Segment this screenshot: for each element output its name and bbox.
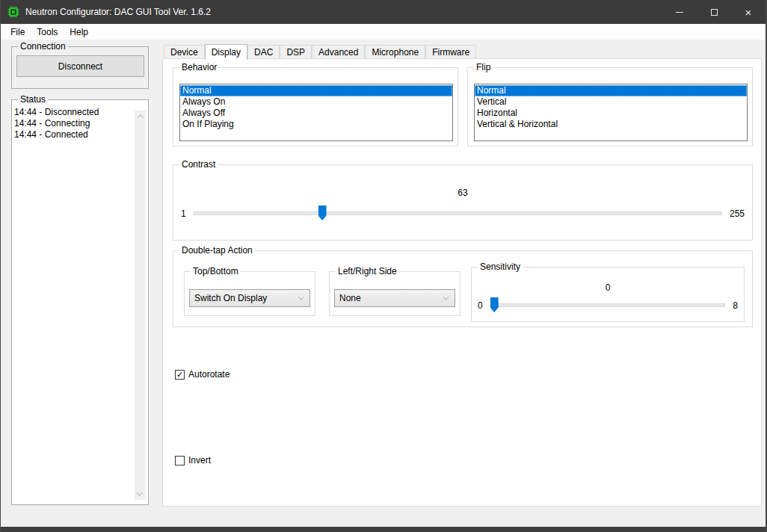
contrast-group-label: Contrast xyxy=(179,159,218,170)
left-right-selected-value: None xyxy=(339,293,361,303)
top-bottom-selected-value: Switch On Display xyxy=(194,293,267,303)
top-bottom-group-label: Top/Bottom xyxy=(191,266,241,276)
flip-option-vertical-horizontal[interactable]: Vertical & Horizontal xyxy=(475,119,747,130)
connection-group: Connection Disconnect xyxy=(11,46,149,89)
flip-listbox: Normal Vertical Horizontal Vertical & Ho… xyxy=(474,84,748,141)
behavior-option-always-off[interactable]: Always Off xyxy=(180,108,452,119)
menu-file[interactable]: File xyxy=(4,25,31,39)
app-window: Neutron Configurator: DAC GUI Tool Ver. … xyxy=(0,0,767,532)
menu-help[interactable]: Help xyxy=(64,25,94,39)
invert-checkbox[interactable]: ✓ xyxy=(175,456,185,466)
autorotate-checkbox[interactable]: ✓ xyxy=(175,370,185,380)
contrast-max-label: 255 xyxy=(730,208,745,219)
sensitivity-max-label: 8 xyxy=(733,300,738,311)
behavior-option-on-if-playing[interactable]: On If Playing xyxy=(180,119,452,130)
contrast-min-label: 1 xyxy=(181,208,186,219)
minimize-button[interactable] xyxy=(662,0,697,24)
behavior-group-label: Behavior xyxy=(179,62,219,72)
behavior-group: Behavior Normal Always On Always Off On … xyxy=(173,67,458,146)
contrast-value: 63 xyxy=(173,188,752,198)
minimize-icon xyxy=(676,12,683,13)
tab-strip: Device Display DAC DSP Advanced Micropho… xyxy=(162,43,762,59)
menu-bar: File Tools Help xyxy=(1,24,766,40)
maximize-button[interactable] xyxy=(697,0,731,24)
behavior-option-always-on[interactable]: Always On xyxy=(180,96,452,108)
maximize-icon xyxy=(711,9,718,16)
flip-option-vertical[interactable]: Vertical xyxy=(475,96,747,108)
contrast-slider[interactable] xyxy=(194,205,722,221)
status-group-label: Status xyxy=(18,94,48,105)
sensitivity-value: 0 xyxy=(472,282,744,293)
flip-option-horizontal[interactable]: Horizontal xyxy=(475,108,747,119)
tab-microphone[interactable]: Microphone xyxy=(365,45,425,59)
chevron-down-icon xyxy=(443,294,449,300)
check-icon: ✓ xyxy=(176,371,183,379)
status-log-entry: 14:44 - Connected xyxy=(14,129,135,140)
close-icon: × xyxy=(745,7,752,18)
invert-label: Invert xyxy=(188,455,211,466)
main-tab-control: Device Display DAC DSP Advanced Micropho… xyxy=(162,43,762,507)
disconnect-button[interactable]: Disconnect xyxy=(16,55,144,77)
double-tap-action-group: Double-tap Action Top/Bottom Switch On D… xyxy=(173,250,753,327)
status-log-entry: 14:44 - Disconnected xyxy=(14,107,135,118)
chevron-down-icon xyxy=(298,294,304,300)
left-right-group-label: Left/Right Side xyxy=(336,266,399,276)
tab-display[interactable]: Display xyxy=(205,44,247,60)
tab-dac[interactable]: DAC xyxy=(247,45,280,59)
sensitivity-slider-track[interactable] xyxy=(490,303,726,307)
sensitivity-group: Sensitivity 0 0 8 xyxy=(471,267,745,322)
menu-tools[interactable]: Tools xyxy=(31,25,64,39)
app-chip-icon xyxy=(7,6,19,18)
tab-dsp[interactable]: DSP xyxy=(280,45,312,59)
tab-device[interactable]: Device xyxy=(164,45,205,59)
sensitivity-group-label: Sensitivity xyxy=(478,262,523,272)
behavior-option-normal[interactable]: Normal xyxy=(180,85,452,96)
display-tab-page: Behavior Normal Always On Always Off On … xyxy=(162,58,762,507)
tab-advanced[interactable]: Advanced xyxy=(312,45,365,59)
chevron-down-icon xyxy=(136,489,142,495)
contrast-group: Contrast 63 1 255 xyxy=(173,164,753,241)
contrast-slider-thumb[interactable] xyxy=(318,205,327,220)
autorotate-checkbox-row[interactable]: ✓ Autorotate xyxy=(175,369,230,380)
behavior-listbox: Normal Always On Always Off On If Playin… xyxy=(179,84,453,141)
status-scrollbar[interactable] xyxy=(135,111,146,500)
tab-firmware[interactable]: Firmware xyxy=(425,45,476,59)
window-title: Neutron Configurator: DAC GUI Tool Ver. … xyxy=(25,7,211,17)
window-bottom-border xyxy=(1,527,766,532)
contrast-slider-track[interactable] xyxy=(194,211,722,215)
top-bottom-dropdown[interactable]: Switch On Display xyxy=(189,289,310,307)
chevron-up-icon xyxy=(137,114,143,120)
status-group: Status 14:44 - Disconnected 14:44 - Conn… xyxy=(11,99,149,505)
sensitivity-slider-thumb[interactable] xyxy=(490,297,499,312)
status-log-list[interactable]: 14:44 - Disconnected 14:44 - Connecting … xyxy=(14,107,135,502)
sensitivity-min-label: 0 xyxy=(478,300,483,311)
double-tap-group-label: Double-tap Action xyxy=(179,245,255,256)
top-bottom-group: Top/Bottom Switch On Display xyxy=(184,271,315,316)
flip-group: Flip Normal Vertical Horizontal Vertical… xyxy=(467,67,753,146)
autorotate-label: Autorotate xyxy=(188,369,230,380)
connection-group-label: Connection xyxy=(18,41,68,52)
scroll-down-button[interactable] xyxy=(135,488,146,500)
scroll-up-button[interactable] xyxy=(135,111,146,123)
close-button[interactable]: × xyxy=(731,0,766,24)
flip-option-normal[interactable]: Normal xyxy=(475,85,747,96)
sensitivity-slider[interactable] xyxy=(490,297,726,313)
window-titlebar: Neutron Configurator: DAC GUI Tool Ver. … xyxy=(1,0,766,24)
flip-group-label: Flip xyxy=(474,62,493,72)
status-log-entry: 14:44 - Connecting xyxy=(14,118,135,129)
left-right-group: Left/Right Side None xyxy=(329,271,460,316)
left-right-dropdown[interactable]: None xyxy=(334,289,455,307)
invert-checkbox-row[interactable]: ✓ Invert xyxy=(175,455,211,466)
